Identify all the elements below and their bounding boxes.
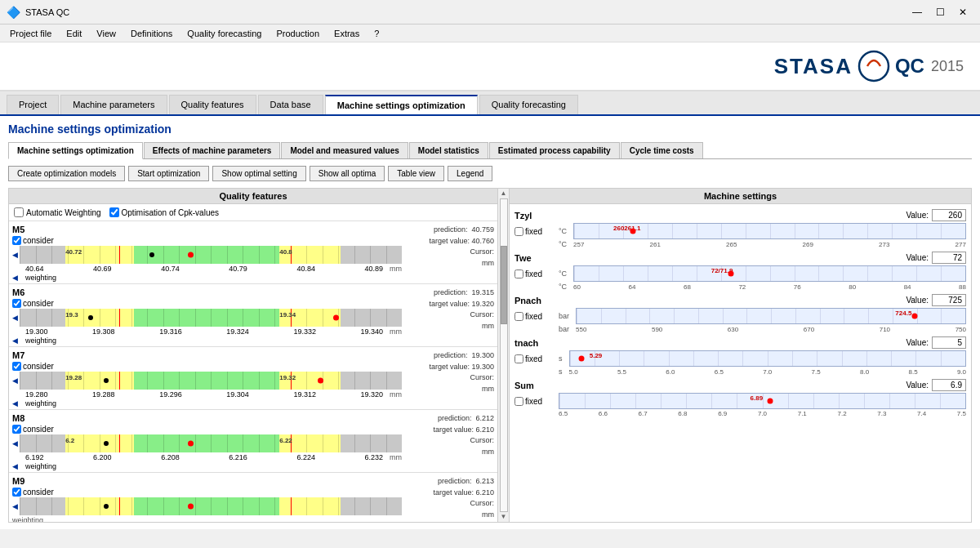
ms-row-pnach: Pnach Value: 725 fixed bar 724.5 (514, 294, 966, 333)
weighting-arrow-m7[interactable]: ◀ (12, 376, 18, 385)
scroll-down-btn[interactable]: ▼ (501, 514, 507, 520)
maximize-button[interactable]: ☐ (929, 4, 951, 20)
ms-dot-tnach (579, 356, 585, 362)
menu-item-quality-forecasting[interactable]: Quality forecasting (180, 27, 268, 40)
main-tab-machine-settings-optimization[interactable]: Machine settings optimization (325, 95, 478, 114)
optimisation-cpk-checkbox[interactable] (109, 207, 119, 217)
scrollbar-track[interactable] (500, 198, 508, 512)
ms-unit-tnach: s (559, 368, 563, 376)
ms-value-box-tzyl[interactable]: 260 (932, 209, 966, 221)
toolbar-btn-show-optimal-setting[interactable]: Show optimal setting (212, 166, 305, 181)
minimize-button[interactable]: — (906, 4, 928, 20)
qf-consider-m5[interactable]: consider (12, 236, 54, 245)
ms-value-label-tzyl: Value: (906, 211, 929, 220)
weighting-arrow-m5[interactable]: ◀ (12, 251, 18, 259)
menu-item-project-file[interactable]: Project file (3, 27, 58, 40)
menu-item-production[interactable]: Production (270, 27, 326, 40)
sub-tab-cycle-time-costs[interactable]: Cycle time costs (621, 142, 703, 158)
ms-value-box-sum[interactable]: 6.9 (932, 379, 966, 391)
sub-tab-model-and-measured-values[interactable]: Model and measured values (281, 142, 408, 158)
sub-tab-estimated-process-capability[interactable]: Estimated process capability (489, 142, 620, 158)
ms-fixed-twe[interactable]: fixed (514, 270, 555, 278)
ms-fixed-sum[interactable]: fixed (514, 397, 555, 406)
main-tab-project[interactable]: Project (7, 95, 59, 114)
ms-dot-twe (728, 271, 733, 277)
menu-item-edit[interactable]: Edit (60, 27, 88, 40)
logo-qc: QC (895, 55, 924, 78)
ms-chart-tnach: 5.29 (569, 350, 967, 367)
qf-row-m6: M6 consider ◀ (9, 284, 497, 347)
sub-tab-effects-of-machine-parameters[interactable]: Effects of machine parameters (144, 142, 281, 158)
qf-consider-m8[interactable]: consider (12, 425, 54, 434)
ms-value-box-twe[interactable]: 72 (932, 252, 966, 264)
weighting-arrow-m9[interactable]: ◀ (12, 502, 18, 510)
ms-chart-sum: 6.89 (559, 393, 966, 409)
sub-tab-model-statistics[interactable]: Model statistics (409, 142, 488, 158)
qf-chart-m7: 19.28 19.32 (20, 372, 402, 390)
ms-value-label-twe: Value: (906, 253, 929, 262)
weighting-arrow-m6[interactable]: ◀ (12, 314, 18, 322)
qf-name-m5: M5 (12, 225, 24, 234)
app-icon: 🔷 (7, 6, 20, 19)
main-tab-quality-features[interactable]: Quality features (169, 95, 256, 114)
qf-consider-m9[interactable]: consider (12, 488, 54, 497)
left-panel-scrollbar[interactable]: ▲ ▼ (498, 188, 510, 523)
main-tabs: ProjectMachine parametersQuality feature… (0, 91, 980, 116)
svg-point-0 (859, 51, 889, 81)
sub-tab-machine-settings-optimization[interactable]: Machine settings optimization (8, 142, 143, 159)
automatic-weighting-label[interactable]: Automatic Weighting (14, 207, 101, 217)
logo-year: 2015 (931, 58, 964, 75)
optimisation-cpk-text: Optimisation of Cpk-values (122, 208, 220, 217)
scroll-up-btn[interactable]: ▲ (501, 190, 507, 197)
qf-row-m8: M8 consider ◀ (9, 410, 497, 473)
menubar: Project fileEditViewDefinitionsQuality f… (0, 25, 980, 42)
logo: STASA QC 2015 (774, 48, 964, 84)
ms-value-label-tnach: Value: (906, 338, 929, 347)
menu-item-definitions[interactable]: Definitions (124, 27, 179, 40)
right-panel-header: Machine settings (510, 189, 971, 204)
qf-consider-m6[interactable]: consider (12, 299, 54, 308)
menu-item-?[interactable]: ? (368, 27, 385, 40)
ms-row-tnach: tnach Value: 5 fixed s 5.29 (514, 336, 966, 376)
qf-chart-m5: 40.72 40.8 (20, 246, 402, 264)
ms-unit-tnach: s (559, 354, 563, 363)
toolbar-btn-start-optimization[interactable]: Start optimization (128, 166, 209, 181)
qf-row-m9: M9 consider ◀ (9, 473, 497, 522)
close-button[interactable]: ✕ (952, 4, 973, 20)
ms-value-label-pnach: Value: (906, 296, 929, 305)
toolbar-btn-show-all-optima[interactable]: Show all optima (310, 166, 385, 181)
automatic-weighting-checkbox[interactable] (14, 207, 24, 217)
section-title: Machine settings optimization (8, 123, 972, 136)
scrollbar-thumb[interactable] (501, 246, 507, 324)
main-tab-data-base[interactable]: Data base (258, 95, 323, 114)
main-tab-machine-parameters[interactable]: Machine parameters (60, 95, 167, 114)
ms-fixed-tnach[interactable]: fixed (514, 354, 555, 363)
app-title: STASA QC (25, 7, 69, 17)
ms-value-label-sum: Value: (906, 381, 929, 390)
ms-value-box-tnach[interactable]: 5 (932, 336, 966, 349)
ms-chart-twe: 72/71.9 (573, 265, 966, 282)
logo-area: STASA QC 2015 (0, 42, 980, 91)
menu-item-extras[interactable]: Extras (327, 27, 366, 40)
ms-unit-tzyl: °C (559, 227, 567, 235)
main-tab-quality-forecasting[interactable]: Quality forecasting (479, 95, 578, 114)
ms-chart-pnach: 724.5 (576, 308, 966, 324)
toolbar: Create optimization modelsStart optimiza… (8, 166, 972, 181)
titlebar-left: 🔷 STASA QC (7, 6, 69, 19)
ms-highlight-tzyl: 260261.1 (613, 225, 640, 232)
qf-row-m5: M5 consider ◀ (9, 221, 497, 284)
toolbar-btn-table-view[interactable]: Table view (388, 166, 444, 181)
titlebar-controls: — ☐ ✕ (906, 4, 973, 20)
content: Machine settings optimization Machine se… (0, 116, 980, 529)
toolbar-btn-create-optimization-models[interactable]: Create optimization models (8, 166, 125, 181)
qf-consider-m7[interactable]: consider (12, 362, 54, 371)
ms-fixed-tzyl[interactable]: fixed (514, 227, 555, 236)
optimisation-cpk-label[interactable]: Optimisation of Cpk-values (109, 207, 220, 217)
ms-value-box-pnach[interactable]: 725 (932, 294, 966, 306)
automatic-weighting-text: Automatic Weighting (26, 208, 101, 217)
ms-dot-sum (768, 399, 773, 404)
menu-item-view[interactable]: View (90, 27, 122, 40)
ms-fixed-pnach[interactable]: fixed (514, 312, 555, 321)
toolbar-btn-legend[interactable]: Legend (448, 166, 492, 181)
weighting-arrow-m8[interactable]: ◀ (12, 439, 18, 448)
